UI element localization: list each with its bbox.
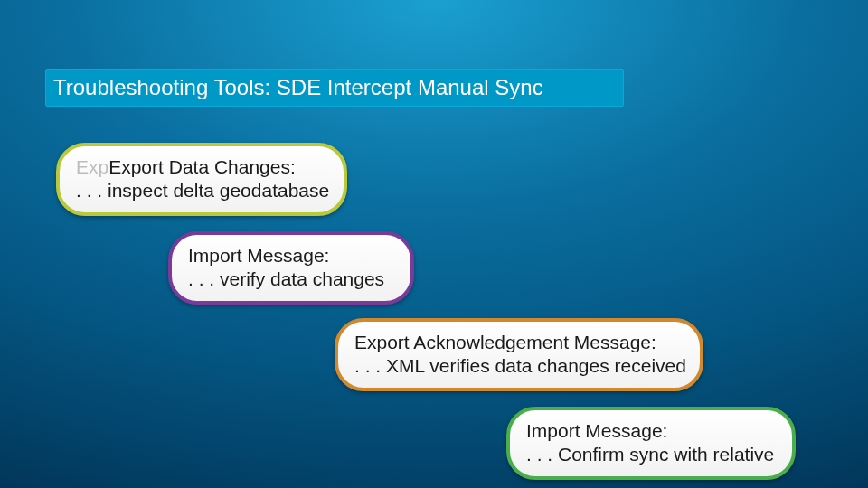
step-1-line1: ExpExport Data Changes: — [76, 155, 327, 179]
step-1-prefix: Exp — [76, 156, 108, 177]
step-3-line1: Export Acknowledgement Message: — [354, 331, 684, 354]
step-1-line2: . . . inspect delta geodatabase — [76, 179, 327, 202]
slide-title: Troubleshooting Tools: SDE Intercept Man… — [53, 75, 543, 100]
step-4-line2: . . . Confirm sync with relative — [526, 443, 776, 466]
step-4-pill: Import Message: . . . Confirm sync with … — [506, 407, 796, 480]
slide: Troubleshooting Tools: SDE Intercept Man… — [0, 0, 868, 488]
step-4-line1: Import Message: — [526, 419, 776, 443]
step-3-line2: . . . XML verifies data changes received — [354, 354, 684, 378]
step-2-pill: Import Message: . . . verify data change… — [168, 231, 414, 305]
step-2-line2: . . . verify data changes — [188, 267, 394, 291]
step-3-title: Export Acknowledgement Message: — [354, 332, 656, 352]
step-3-pill: Export Acknowledgement Message: . . . XM… — [335, 318, 703, 391]
step-1-title: Export Data Changes: — [108, 156, 296, 177]
step-4-title: Import Message: — [526, 420, 667, 441]
step-2-title: Import Message: — [188, 245, 329, 266]
slide-title-bar: Troubleshooting Tools: SDE Intercept Man… — [45, 69, 624, 107]
step-2-line1: Import Message: — [188, 244, 394, 267]
step-1-pill: ExpExport Data Changes: . . . inspect de… — [56, 143, 347, 216]
